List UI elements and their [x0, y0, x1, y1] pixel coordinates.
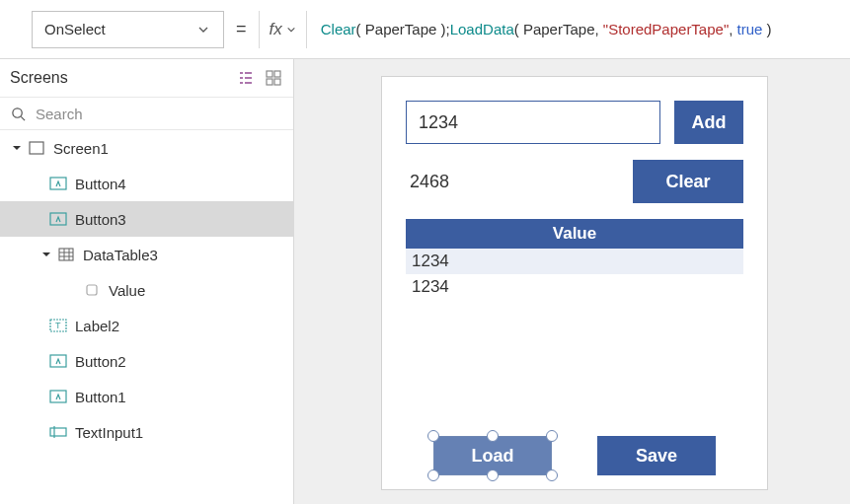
search-input[interactable] [36, 106, 283, 122]
screens-panel-title: Screens [10, 69, 68, 87]
textinput-icon [49, 423, 67, 441]
sum-label: 2468 [406, 172, 449, 192]
svg-rect-23 [50, 355, 66, 367]
svg-rect-24 [50, 391, 66, 402]
property-dropdown[interactable]: OnSelect [32, 11, 224, 48]
table-row[interactable]: 1234 [406, 249, 743, 274]
tree-item-label: Button2 [75, 353, 126, 370]
tree-item-label2[interactable]: T Label2 [0, 308, 293, 343]
button-icon [49, 352, 67, 370]
tree-item-button3[interactable]: Button3 [0, 201, 293, 237]
table-header: Value [406, 219, 743, 249]
tree-item-label: DataTable3 [83, 247, 158, 263]
tree-view-icon[interactable] [238, 70, 254, 86]
tree-item-button4[interactable]: Button4 [0, 166, 293, 201]
collapse-icon[interactable] [10, 144, 24, 152]
svg-text:T: T [55, 321, 61, 330]
tree-item-label: Label2 [75, 318, 119, 334]
tree-item-label: Button1 [75, 389, 126, 405]
chevron-down-icon [286, 25, 296, 35]
tree-item-textinput1[interactable]: TextInput1 [0, 414, 293, 450]
svg-rect-20 [87, 285, 97, 295]
fx-button[interactable]: fx [259, 11, 307, 48]
tree-item-label: Button3 [75, 211, 126, 228]
table-row[interactable]: 1234 [406, 274, 743, 300]
search-icon [10, 106, 26, 121]
label-icon: T [49, 317, 67, 334]
svg-rect-7 [274, 71, 280, 77]
equals-label: = [236, 19, 247, 39]
svg-rect-14 [50, 213, 66, 225]
collapse-icon[interactable] [39, 251, 53, 258]
svg-rect-13 [50, 178, 66, 189]
column-icon [83, 281, 101, 299]
svg-rect-9 [274, 79, 280, 85]
svg-rect-12 [30, 142, 43, 154]
tree-item-label: TextInput1 [75, 424, 143, 441]
screen-icon [28, 139, 45, 157]
resize-handle[interactable] [427, 430, 439, 442]
resize-handle[interactable] [546, 430, 558, 442]
resize-handle[interactable] [487, 430, 499, 442]
screens-panel: Screens [0, 59, 294, 504]
property-dropdown-label: OnSelect [44, 21, 106, 37]
tree-item-label: Screen1 [53, 140, 109, 157]
chevron-down-icon [195, 22, 211, 37]
svg-point-10 [12, 108, 21, 116]
canvas[interactable]: Add 2468 Clear Value 1234 1234 Load [294, 59, 850, 504]
resize-handle[interactable] [546, 469, 558, 481]
save-button[interactable]: Save [597, 436, 716, 475]
app-preview: Add 2468 Clear Value 1234 1234 Load [381, 76, 768, 490]
tree: Screen1 Button4 Button3 [0, 130, 293, 504]
tree-item-button2[interactable]: Button2 [0, 343, 293, 379]
button-icon [49, 175, 67, 192]
formula-bar: OnSelect = fx Clear( PaperTape );LoadDat… [0, 0, 850, 59]
tree-item-button1[interactable]: Button1 [0, 379, 293, 414]
svg-rect-6 [267, 71, 272, 77]
fx-label: fx [270, 20, 282, 39]
tree-item-screen1[interactable]: Screen1 [0, 130, 293, 166]
formula-input[interactable]: Clear( PaperTape );LoadData( PaperTape, … [307, 11, 850, 48]
grid-view-icon[interactable] [266, 70, 281, 86]
resize-handle[interactable] [427, 469, 439, 481]
tree-item-datatable3[interactable]: DataTable3 [0, 237, 293, 272]
svg-rect-8 [267, 79, 272, 85]
table-icon [57, 246, 75, 263]
data-table[interactable]: Value 1234 1234 [406, 219, 743, 300]
svg-rect-15 [59, 249, 73, 260]
svg-line-11 [21, 116, 25, 120]
resize-handle[interactable] [487, 469, 499, 481]
search-row [0, 97, 293, 130]
tree-item-value[interactable]: Value [0, 272, 293, 308]
clear-button[interactable]: Clear [633, 160, 743, 203]
add-button[interactable]: Add [674, 101, 743, 144]
number-input[interactable] [406, 101, 660, 144]
tree-item-label: Button4 [75, 176, 126, 192]
svg-rect-25 [50, 428, 66, 436]
button-icon [49, 388, 67, 405]
selected-control[interactable]: Load [433, 436, 552, 475]
button-icon [49, 210, 67, 228]
tree-item-label: Value [109, 282, 145, 299]
